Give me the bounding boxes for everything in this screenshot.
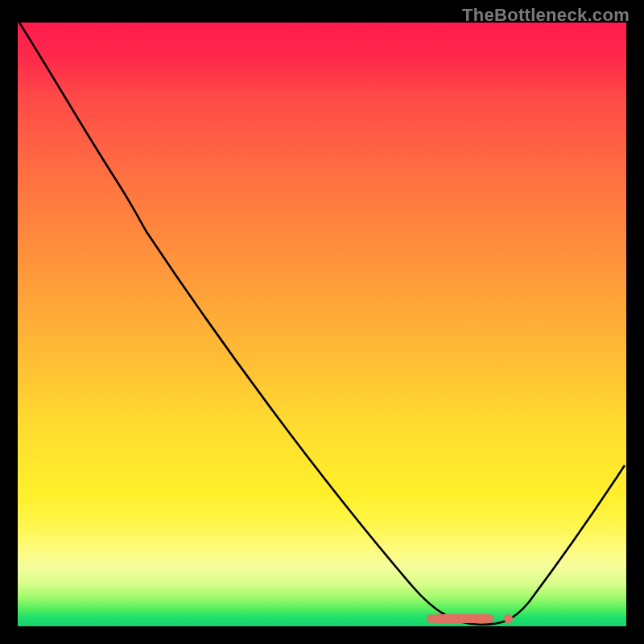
cluster-dot-8: [485, 614, 493, 623]
watermark-text: TheBottleneck.com: [462, 5, 630, 26]
optimal-marker-cluster: [18, 23, 626, 626]
plot-area: [18, 23, 626, 626]
cluster-dot-9: [504, 614, 513, 623]
cluster-dot-7: [475, 614, 484, 623]
